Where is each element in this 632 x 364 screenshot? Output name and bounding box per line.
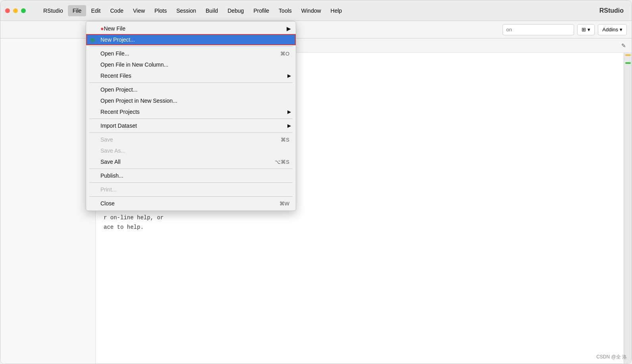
menu-item-open-file-column[interactable]: Open File in New Column... (86, 59, 296, 70)
menu-item-open-project-session[interactable]: Open Project in New Session... (86, 95, 296, 106)
search-input[interactable] (503, 24, 574, 35)
menu-item-save[interactable]: Save ⌘S (86, 134, 296, 145)
new-project-icon: ⊕ (90, 36, 95, 44)
addins-arrow-icon: ▾ (620, 27, 622, 33)
menu-bar: RStudio File Edit Code View Plots Sessio… (29, 5, 347, 16)
close-shortcut: ⌘W (279, 201, 289, 207)
menu-file[interactable]: File (68, 5, 87, 16)
minimize-button[interactable] (13, 8, 18, 13)
menu-separator-1 (89, 46, 293, 47)
menu-item-close[interactable]: Close ⌘W (86, 198, 296, 209)
scroll-marker-green (625, 62, 631, 64)
file-menu-dropdown[interactable]: ● New File ▶ ⊕ New Project... Open File.… (86, 21, 296, 211)
menu-profile[interactable]: Profile (249, 5, 274, 16)
edit-icon[interactable]: ✎ (619, 41, 628, 50)
addins-button[interactable]: Addins ▾ (598, 24, 627, 35)
save-all-shortcut: ⌥⌘S (275, 159, 289, 165)
close-button[interactable] (5, 8, 10, 13)
menu-item-new-project[interactable]: ⊕ New Project... (86, 34, 296, 45)
grid-icon: ⊞ (582, 27, 586, 33)
menu-separator-2 (89, 82, 293, 83)
menu-item-recent-files[interactable]: Recent Files ▶ (86, 70, 296, 81)
menu-separator-5 (89, 169, 293, 169)
menu-build[interactable]: Build (201, 5, 223, 16)
recent-projects-arrow-icon: ▶ (287, 109, 291, 115)
menu-help[interactable]: Help (326, 5, 347, 16)
watermark: CSDN @全 洛 (596, 354, 627, 360)
left-panel (0, 38, 96, 364)
save-shortcut: ⌘S (281, 137, 289, 143)
menu-edit[interactable]: Edit (86, 5, 105, 16)
menu-session[interactable]: Session (171, 5, 201, 16)
menu-debug[interactable]: Debug (223, 5, 249, 16)
menu-tools[interactable]: Tools (274, 5, 297, 16)
menu-item-new-file[interactable]: ● New File ▶ (86, 23, 296, 34)
menu-item-open-project[interactable]: Open Project... (86, 84, 296, 95)
menu-item-publish[interactable]: Publish... (86, 170, 296, 181)
new-file-arrow-icon: ▶ (287, 25, 291, 32)
scroll-marker-yellow (625, 54, 631, 56)
menu-item-recent-projects[interactable]: Recent Projects ▶ (86, 106, 296, 117)
recent-files-arrow-icon: ▶ (287, 73, 291, 79)
menu-separator-3 (89, 119, 293, 119)
menu-item-import-dataset[interactable]: Import Dataset ▶ (86, 120, 296, 131)
menu-separator-4 (89, 132, 293, 133)
scroll-strip (624, 53, 632, 364)
grid-arrow-icon: ▾ (588, 27, 590, 33)
apple-menu[interactable] (29, 8, 39, 13)
main-window: RStudio File Edit Code View Plots Sessio… (0, 0, 632, 364)
traffic-lights (5, 8, 26, 13)
menu-item-save-as[interactable]: Save As... (86, 145, 296, 156)
app-title: RStudio (599, 7, 624, 14)
menu-plots[interactable]: Plots (150, 5, 171, 16)
menu-item-print[interactable]: Print... (86, 184, 296, 195)
menu-view[interactable]: View (128, 5, 150, 16)
menu-window[interactable]: Window (297, 5, 326, 16)
menu-code[interactable]: Code (106, 5, 128, 16)
new-file-icon: ● (100, 25, 104, 32)
import-dataset-arrow-icon: ▶ (287, 123, 291, 128)
open-file-shortcut: ⌘O (280, 51, 289, 57)
menu-separator-6 (89, 182, 293, 183)
maximize-button[interactable] (21, 8, 26, 13)
menu-item-open-file[interactable]: Open File... ⌘O (86, 48, 296, 59)
menu-separator-7 (89, 196, 293, 197)
menu-item-save-all[interactable]: Save All ⌥⌘S (86, 156, 296, 167)
grid-view-button[interactable]: ⊞ ▾ (577, 24, 595, 35)
titlebar: RStudio File Edit Code View Plots Sessio… (0, 0, 632, 21)
menu-rstudio[interactable]: RStudio (39, 5, 68, 16)
